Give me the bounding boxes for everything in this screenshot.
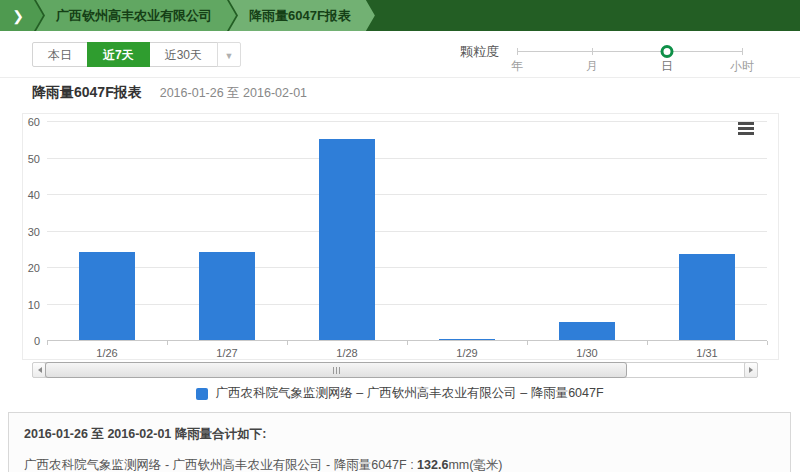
granularity-slider[interactable]: 年月日小时: [517, 40, 742, 76]
x-axis-label: 1/31: [647, 347, 767, 359]
x-axis-label: 1/26: [47, 347, 167, 359]
breadcrumb-home[interactable]: ❯: [0, 0, 43, 31]
breadcrumb-item-label: 广西钦州高丰农业有限公司: [56, 7, 212, 25]
chevron-down-icon: ▼: [225, 51, 234, 61]
report-heading: 降雨量6047F报表 2016-01-26 至 2016-02-01: [32, 84, 307, 102]
breadcrumb: ❯ 广西钦州高丰农业有限公司 降雨量6047F报表: [0, 0, 800, 31]
gridline: [47, 194, 767, 195]
granularity-control: 颗粒度 年月日小时: [460, 40, 742, 76]
y-axis-label: 40: [10, 189, 40, 201]
y-axis-label: 20: [10, 262, 40, 274]
y-axis-label: 0: [10, 335, 40, 347]
more-ranges-dropdown-button[interactable]: ▼: [217, 42, 241, 67]
toolbar: 本日 近7天 近30天 ▼ 颗粒度 年月日小时: [0, 31, 800, 78]
summary-total-value: 132.6: [417, 458, 448, 472]
chart-legend-item[interactable]: 广西农科院气象监测网络 – 广西钦州高丰农业有限公司 – 降雨量6047F: [0, 385, 800, 402]
gridline: [47, 304, 767, 305]
summary-line: 广西农科院气象监测网络 - 广西钦州高丰农业有限公司 - 降雨量6047F : …: [24, 457, 775, 472]
grip-icon: [339, 367, 340, 374]
y-axis-label: 10: [10, 299, 40, 311]
page-title: 降雨量6047F报表: [32, 84, 142, 102]
slider-tick: [592, 48, 593, 55]
x-axis-line: [47, 340, 767, 341]
gridline: [47, 231, 767, 232]
plot-area: 01020304050601/261/271/281/291/301/31: [47, 122, 767, 341]
grip-icon: [333, 367, 334, 374]
bar-1/31[interactable]: [679, 254, 735, 340]
x-axis-tick: [287, 341, 288, 345]
x-axis-tick: [767, 341, 768, 345]
summary-unit: mm(毫米): [448, 458, 502, 472]
chevron-right-icon: ❯: [12, 8, 24, 24]
bar-1/30[interactable]: [559, 322, 615, 340]
slider-tick: [742, 48, 743, 55]
breadcrumb-item-report[interactable]: 降雨量6047F报表: [229, 0, 375, 31]
slider-track: [517, 51, 742, 52]
bar-1/28[interactable]: [319, 139, 375, 340]
granularity-option-3[interactable]: 小时: [730, 58, 754, 75]
grip-icon: [336, 367, 337, 374]
arrow-left-icon: [35, 367, 42, 373]
tab-today[interactable]: 本日: [32, 42, 88, 67]
granularity-option-2[interactable]: 日: [661, 58, 673, 75]
x-axis-label: 1/28: [287, 347, 407, 359]
y-axis-label: 60: [10, 116, 40, 128]
summary-prefix: 广西农科院气象监测网络 - 广西钦州高丰农业有限公司 - 降雨量6047F :: [24, 458, 417, 472]
x-axis-tick: [407, 341, 408, 345]
x-axis-label: 1/29: [407, 347, 527, 359]
chart-container: 01020304050601/261/271/281/291/301/31: [22, 113, 779, 360]
granularity-option-0[interactable]: 年: [511, 58, 523, 75]
arrow-right-icon: [749, 367, 756, 373]
y-axis-label: 50: [10, 153, 40, 165]
y-axis-label: 30: [10, 226, 40, 238]
legend-label: 广西农科院气象监测网络 – 广西钦州高丰农业有限公司 – 降雨量6047F: [215, 385, 603, 402]
bar-1/27[interactable]: [199, 252, 255, 340]
x-axis-label: 1/27: [167, 347, 287, 359]
scrollbar-thumb[interactable]: [45, 362, 627, 378]
gridline: [47, 121, 767, 122]
report-date-range: 2016-01-26 至 2016-02-01: [160, 85, 307, 102]
rainfall-report-page: ❯ 广西钦州高丰农业有限公司 降雨量6047F报表 本日 近7天 近30天 ▼ …: [0, 0, 800, 472]
granularity-label: 颗粒度: [460, 40, 499, 76]
summary-heading: 2016-01-26 至 2016-02-01 降雨量合计如下:: [24, 426, 775, 443]
breadcrumb-item-label: 降雨量6047F报表: [249, 7, 351, 25]
x-axis-tick: [527, 341, 528, 345]
x-axis-label: 1/30: [527, 347, 647, 359]
gridline: [47, 158, 767, 159]
slider-handle[interactable]: [660, 45, 673, 58]
granularity-option-1[interactable]: 月: [586, 58, 598, 75]
scrollbar-right-arrow[interactable]: [744, 362, 758, 378]
x-axis-tick: [47, 341, 48, 345]
breadcrumb-item-company[interactable]: 广西钦州高丰农业有限公司: [36, 0, 236, 31]
slider-tick: [517, 48, 518, 55]
date-range-tabs: 本日 近7天 近30天 ▼: [32, 42, 241, 67]
x-axis-tick: [167, 341, 168, 345]
bar-1/26[interactable]: [79, 252, 135, 340]
scrollbar-left-arrow[interactable]: [32, 362, 46, 378]
tab-last-30-days[interactable]: 近30天: [149, 42, 218, 67]
x-axis-tick: [647, 341, 648, 345]
summary-panel: 2016-01-26 至 2016-02-01 降雨量合计如下: 广西农科院气象…: [8, 412, 791, 472]
tab-last-7-days[interactable]: 近7天: [87, 42, 150, 67]
chart-scrollbar[interactable]: [32, 362, 758, 378]
gridline: [47, 267, 767, 268]
legend-swatch: [196, 388, 208, 400]
